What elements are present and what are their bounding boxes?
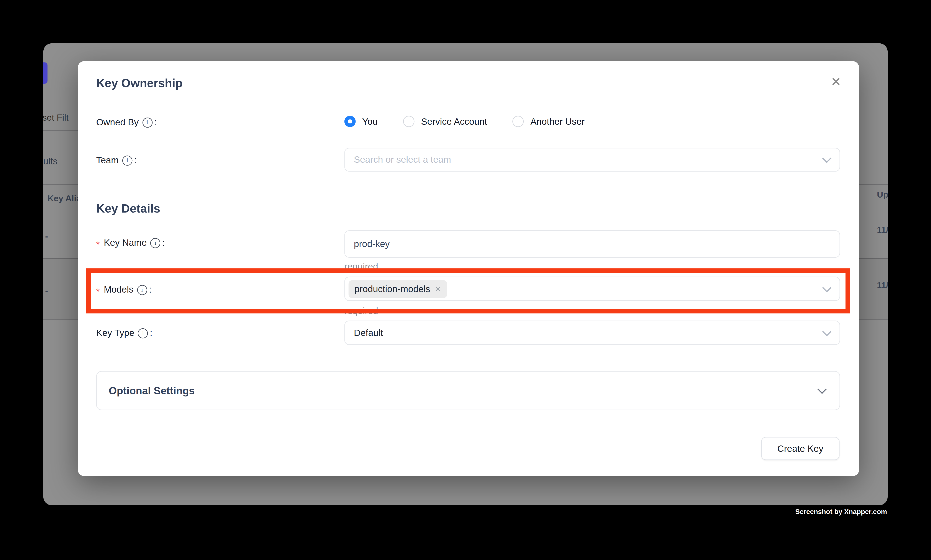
team-label: Team i : (96, 154, 137, 167)
radio-service-account[interactable] (403, 116, 414, 127)
section-title-key-ownership: Key Ownership (96, 77, 183, 90)
close-icon[interactable]: ✕ (827, 73, 845, 91)
radio-service-account-label[interactable]: Service Account (421, 116, 487, 127)
remove-tag-icon[interactable]: ✕ (435, 285, 441, 293)
info-icon: i (142, 117, 152, 128)
chevron-down-icon (822, 283, 831, 292)
create-key-modal: ✕ Key Ownership Owned By i : You Service… (78, 61, 859, 476)
key-name-required-hint: required (345, 261, 378, 272)
owned-by-label: Owned By i : (96, 116, 157, 129)
optional-settings-title: Optional Settings (109, 384, 195, 397)
info-icon: i (122, 155, 132, 166)
radio-another-user[interactable] (512, 116, 524, 127)
create-key-button[interactable]: Create Key (761, 437, 839, 460)
required-asterisk: * (96, 286, 100, 296)
radio-you[interactable] (345, 116, 356, 127)
team-select-placeholder: Search or select a team (345, 154, 451, 165)
table-row: 11/ (877, 280, 888, 290)
key-name-value: prod-key (345, 238, 389, 249)
divider (43, 106, 83, 106)
key-name-label: * Key Name i : (96, 236, 165, 249)
results-text-fragment: sults (43, 156, 57, 167)
key-type-select[interactable]: Default (345, 320, 840, 345)
table-row: - (45, 232, 48, 241)
key-name-input[interactable]: prod-key (345, 230, 840, 258)
models-tag-label: production-models (354, 283, 430, 294)
radio-you-label[interactable]: You (362, 116, 378, 127)
models-label: * Models i : (96, 283, 151, 296)
radio-another-user-label[interactable]: Another User (530, 116, 585, 127)
owned-by-radio-group: You Service Account Another User (345, 116, 585, 127)
key-type-label: Key Type i : (96, 326, 152, 339)
models-select[interactable]: production-models ✕ (345, 277, 840, 301)
create-key-backdrop-button (43, 62, 48, 84)
watermark-text: Screenshot by Xnapper.com (795, 508, 887, 515)
chevron-down-icon (817, 385, 827, 394)
table-row: 11/ (877, 225, 888, 234)
info-icon: i (137, 285, 147, 295)
models-tag: production-models ✕ (349, 280, 447, 298)
screenshot-stage: eset Filt sults Key Alia Up - 11/ - 11/ … (0, 0, 931, 560)
models-required-hint: required (345, 306, 378, 317)
divider (43, 130, 83, 131)
reset-filters-text-fragment: eset Filt (43, 112, 69, 122)
required-asterisk: * (96, 239, 100, 249)
chevron-down-icon (822, 327, 831, 336)
table-header-updated: Up (877, 190, 888, 200)
optional-settings-panel[interactable]: Optional Settings (96, 371, 840, 410)
team-select[interactable]: Search or select a team (345, 148, 840, 172)
chevron-down-icon (822, 154, 831, 163)
section-title-key-details: Key Details (96, 202, 160, 215)
table-header-key-alias: Key Alia (48, 194, 81, 203)
info-icon: i (138, 328, 148, 338)
info-icon: i (150, 238, 160, 248)
key-type-value: Default (345, 328, 383, 338)
table-row: - (45, 286, 48, 295)
